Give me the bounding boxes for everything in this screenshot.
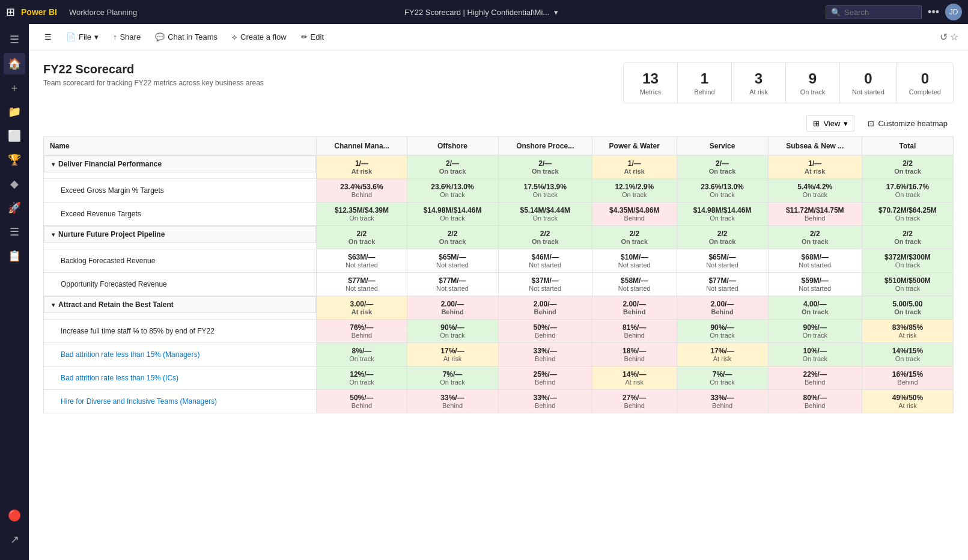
- data-cell[interactable]: 1/— At risk: [768, 156, 862, 179]
- sidebar-icon-learn[interactable]: ☰: [4, 221, 25, 243]
- data-cell[interactable]: 33%/— Behind: [677, 390, 768, 413]
- sidebar-icon-folder[interactable]: 📁: [4, 101, 25, 123]
- item-link[interactable]: Bad attrition rate less than 15% (Manage…: [61, 350, 199, 359]
- data-cell[interactable]: $12.35M/$4.39M On track: [317, 202, 407, 226]
- data-cell[interactable]: $59M/— Not started: [768, 273, 862, 296]
- data-cell[interactable]: 22%/— Behind: [768, 367, 862, 390]
- expand-icon[interactable]: ▾: [52, 231, 55, 238]
- share-button[interactable]: ↑ Share: [107, 30, 147, 44]
- data-cell[interactable]: 2.00/— Behind: [592, 296, 677, 320]
- data-cell[interactable]: $65M/— Not started: [407, 249, 498, 273]
- data-cell[interactable]: $37M/— Not started: [498, 273, 592, 296]
- item-link[interactable]: Hire for Diverse and Inclusive Teams (Ma…: [61, 397, 217, 406]
- data-cell[interactable]: $77M/— Not started: [317, 273, 407, 296]
- data-cell[interactable]: 2/2 On track: [862, 156, 953, 179]
- data-cell[interactable]: 27%/— Behind: [592, 390, 677, 413]
- data-cell[interactable]: 23.6%/13.0% On track: [407, 179, 498, 202]
- data-cell[interactable]: 2/2 On track: [407, 226, 498, 249]
- search-input[interactable]: [844, 8, 916, 17]
- data-cell[interactable]: 5.4%/4.2% On track: [768, 179, 862, 202]
- data-cell[interactable]: 10%/— On track: [768, 343, 862, 367]
- sidebar-icon-menu[interactable]: ☰: [4, 29, 25, 50]
- data-cell[interactable]: 2/2 On track: [498, 226, 592, 249]
- data-cell[interactable]: $63M/— Not started: [317, 249, 407, 273]
- data-cell[interactable]: 90%/— On track: [407, 320, 498, 343]
- sidebar-icon-home[interactable]: 🏠: [4, 53, 25, 75]
- data-cell[interactable]: 7%/— On track: [407, 367, 498, 390]
- expand-icon[interactable]: ▾: [52, 302, 55, 308]
- data-cell[interactable]: 18%/— Behind: [592, 343, 677, 367]
- data-cell[interactable]: 80%/— Behind: [768, 390, 862, 413]
- data-cell[interactable]: 12%/— On track: [317, 367, 407, 390]
- data-cell[interactable]: 2.00/— Behind: [677, 296, 768, 320]
- sidebar-icon-expand[interactable]: ↗: [4, 529, 25, 550]
- sidebar-icon-metrics[interactable]: ◆: [4, 173, 25, 195]
- view-button[interactable]: ⊞ View ▾: [806, 115, 854, 132]
- data-cell[interactable]: 8%/— On track: [317, 343, 407, 367]
- item-link[interactable]: Bad attrition rate less than 15% (ICs): [61, 374, 178, 382]
- data-cell[interactable]: 2/2 On track: [317, 226, 407, 249]
- data-cell[interactable]: 3.00/— At risk: [317, 296, 407, 320]
- data-cell[interactable]: 17%/— At risk: [407, 343, 498, 367]
- chat-teams-button[interactable]: 💬 Chat in Teams: [149, 30, 224, 44]
- data-cell[interactable]: 2.00/— Behind: [407, 296, 498, 320]
- data-cell[interactable]: 25%/— Behind: [498, 367, 592, 390]
- data-cell[interactable]: 33%/— Behind: [407, 390, 498, 413]
- file-button[interactable]: 📄 File ▾: [60, 30, 105, 44]
- data-cell[interactable]: $58M/— Not started: [592, 273, 677, 296]
- data-cell[interactable]: 23.6%/13.0% On track: [677, 179, 768, 202]
- sidebar-icon-goals[interactable]: 🏆: [4, 149, 25, 171]
- data-cell[interactable]: 2/— On track: [677, 156, 768, 179]
- refresh-icon[interactable]: ↺: [940, 31, 948, 43]
- avatar[interactable]: JD: [945, 4, 962, 20]
- create-flow-button[interactable]: ⟡ Create a flow: [226, 30, 293, 44]
- data-cell[interactable]: 17%/— At risk: [677, 343, 768, 367]
- data-cell[interactable]: 1/— At risk: [317, 156, 407, 179]
- data-cell[interactable]: $4.35M/$4.86M Behind: [592, 202, 677, 226]
- data-cell[interactable]: $14.98M/$14.46M On track: [677, 202, 768, 226]
- data-cell[interactable]: 12.1%/2.9% On track: [592, 179, 677, 202]
- data-cell[interactable]: $77M/— Not started: [677, 273, 768, 296]
- data-cell[interactable]: 2/2 On track: [677, 226, 768, 249]
- data-cell[interactable]: 50%/— Behind: [317, 390, 407, 413]
- data-cell[interactable]: 2/2 On track: [862, 226, 953, 249]
- data-cell[interactable]: 17.5%/13.9% On track: [498, 179, 592, 202]
- data-cell[interactable]: $10M/— Not started: [592, 249, 677, 273]
- data-cell[interactable]: 14%/— At risk: [592, 367, 677, 390]
- data-cell[interactable]: $65M/— Not started: [677, 249, 768, 273]
- data-cell[interactable]: 2/2 On track: [768, 226, 862, 249]
- data-cell[interactable]: $77M/— Not started: [407, 273, 498, 296]
- data-cell[interactable]: 90%/— On track: [768, 320, 862, 343]
- data-cell[interactable]: $372M/$300M On track: [862, 249, 953, 273]
- data-cell[interactable]: $46M/— Not started: [498, 249, 592, 273]
- data-cell[interactable]: 7%/— On track: [677, 367, 768, 390]
- sidebar-icon-deploy[interactable]: 🚀: [4, 197, 25, 219]
- data-cell[interactable]: 2/2 On track: [592, 226, 677, 249]
- chevron-down-icon[interactable]: ▾: [554, 8, 558, 17]
- data-cell[interactable]: 81%/— Behind: [592, 320, 677, 343]
- data-cell[interactable]: $11.72M/$14.75M Behind: [768, 202, 862, 226]
- hamburger-icon[interactable]: ⊞: [6, 5, 15, 19]
- data-cell[interactable]: 4.00/— On track: [768, 296, 862, 320]
- data-cell[interactable]: 2/— On track: [498, 156, 592, 179]
- data-cell[interactable]: $68M/— Not started: [768, 249, 862, 273]
- data-cell[interactable]: 33%/— Behind: [498, 390, 592, 413]
- customize-heatmap-button[interactable]: ⊡ Customize heatmap: [862, 116, 954, 131]
- data-cell[interactable]: $70.72M/$64.25M On track: [862, 202, 953, 226]
- data-cell[interactable]: 83%/85% At risk: [862, 320, 953, 343]
- edit-button[interactable]: ✏ Edit: [295, 30, 330, 44]
- more-options-icon[interactable]: •••: [928, 6, 939, 19]
- sidebar-icon-fire[interactable]: 🔴: [4, 505, 25, 526]
- data-cell[interactable]: 16%/15% Behind: [862, 367, 953, 390]
- data-cell[interactable]: 50%/— Behind: [498, 320, 592, 343]
- favorite-icon[interactable]: ☆: [950, 31, 958, 43]
- data-cell[interactable]: 2.00/— Behind: [498, 296, 592, 320]
- data-cell[interactable]: $5.14M/$4.44M On track: [498, 202, 592, 226]
- expand-icon[interactable]: ▾: [52, 161, 55, 168]
- data-cell[interactable]: 76%/— Behind: [317, 320, 407, 343]
- sidebar-icon-add[interactable]: ＋: [4, 77, 25, 99]
- data-cell[interactable]: $510M/$500M On track: [862, 273, 953, 296]
- data-cell[interactable]: $14.98M/$14.46M On track: [407, 202, 498, 226]
- data-cell[interactable]: 5.00/5.00 On track: [862, 296, 953, 320]
- sidebar-icon-apps[interactable]: ⬜: [4, 125, 25, 147]
